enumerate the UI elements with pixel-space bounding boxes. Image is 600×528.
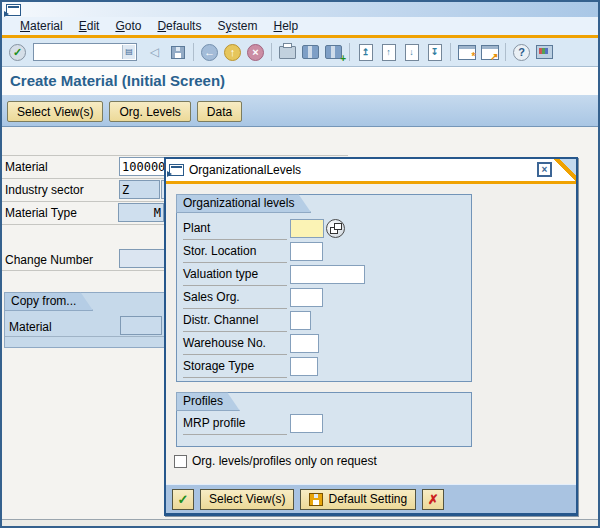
command-dropdown-icon[interactable]: ▤ [122,45,135,59]
valuation-type-input[interactable] [290,265,365,284]
find-next-icon [325,45,342,59]
toolbar-separator [505,43,506,61]
industry-sector-label: Industry sector [5,183,84,197]
cancel-button[interactable]: × [244,41,267,63]
organizational-levels-group: Organizational levels Plant Stor. Locati… [176,194,472,382]
storage-type-row: Storage Type [183,357,469,380]
copy-from-group-title: Copy from... [4,292,93,311]
collapse-button[interactable]: ◁ [143,41,166,63]
command-input[interactable] [34,44,125,60]
dialog-resize-corner[interactable] [554,159,576,181]
window-titlebar [2,2,598,17]
warehouse-no-row: Warehouse No. [183,334,469,357]
menu-item-goto[interactable]: Goto [107,19,149,33]
copy-material-input[interactable] [120,316,162,335]
close-icon[interactable]: × [537,162,552,177]
help-button[interactable]: ? [510,41,533,63]
material-label: Material [5,160,48,174]
new-session-button[interactable]: * [455,41,478,63]
page-up-icon: ↑ [382,44,396,61]
dialog-default-setting-button[interactable]: Default Setting [300,489,416,510]
page-down-icon: ↓ [405,44,419,61]
plant-row: Plant [183,219,469,242]
org-levels-button[interactable]: Org. Levels [109,101,190,122]
cancel-icon: × [247,44,264,61]
menu-item-help[interactable]: Help [265,19,306,33]
dialog-title: OrganizationalLevels [189,163,301,177]
warehouse-no-label: Warehouse No. [183,336,287,355]
storage-type-input[interactable] [290,357,318,376]
last-page-icon: ↧ [428,44,442,61]
change-number-label: Change Number [5,253,93,267]
menu-item-system[interactable]: System [209,19,265,33]
help-icon: ? [513,44,530,61]
toolbar-separator [193,43,194,61]
dialog-footer: ✓ Select View(s) Default Setting ✗ [166,484,576,513]
menu-item-defaults[interactable]: Defaults [149,19,209,33]
distr-channel-label: Distr. Channel [183,313,287,332]
save-icon [309,493,323,506]
toolbar-separator [271,43,272,61]
mrp-profile-row: MRP profile [183,414,469,437]
profiles-group-title: Profiles [176,392,240,411]
storage-type-label: Storage Type [183,359,287,378]
default-setting-label: Default Setting [328,492,407,506]
customize-layout-button[interactable] [533,41,556,63]
find-button[interactable] [299,41,322,63]
mrp-profile-label: MRP profile [183,416,287,435]
new-session-icon: * [458,45,476,60]
storage-location-input[interactable] [290,242,323,261]
back-icon: ← [201,44,218,61]
save-button[interactable] [166,41,189,63]
matchcode-search-icon[interactable] [326,219,345,238]
toolbar-separator [450,43,451,61]
print-icon [279,46,296,59]
command-field[interactable]: ▤ [33,43,137,61]
customize-icon [536,45,553,59]
create-shortcut-button[interactable]: ↗ [478,41,501,63]
org-levels-request-checkbox[interactable] [174,455,187,468]
first-page-icon: ↥ [359,44,373,61]
check-icon: ✓ [178,492,189,507]
enter-button[interactable]: ✓ [6,41,29,63]
distr-channel-row: Distr. Channel [183,311,469,334]
organizational-levels-group-title: Organizational levels [176,194,311,213]
page-down-button[interactable]: ↓ [400,41,423,63]
find-icon [302,45,319,59]
collapse-icon: ◁ [150,45,159,59]
print-button[interactable] [276,41,299,63]
sales-org-input[interactable] [290,288,323,307]
warehouse-no-input[interactable] [290,334,319,353]
dialog-cancel-button[interactable]: ✗ [422,489,444,510]
profiles-group: Profiles MRP profile [176,392,472,447]
org-levels-request-checkbox-label: Org. levels/profiles only on request [192,454,377,468]
first-page-button[interactable]: ↥ [354,41,377,63]
dialog-confirm-button[interactable]: ✓ [172,489,194,510]
select-views-button[interactable]: Select View(s) [7,101,103,122]
last-page-button[interactable]: ↧ [423,41,446,63]
industry-sector-input[interactable] [119,180,160,199]
save-icon [171,46,185,59]
plant-input[interactable] [290,219,324,238]
org-levels-request-checkbox-row: Org. levels/profiles only on request [174,454,377,468]
dialog-select-views-button[interactable]: Select View(s) [200,489,294,510]
page-up-button[interactable]: ↑ [377,41,400,63]
material-type-input[interactable] [118,203,164,222]
mrp-profile-input[interactable] [290,414,323,433]
find-next-button[interactable] [322,41,345,63]
dialog-titlebar[interactable]: OrganizationalLevels [166,159,576,184]
enter-icon: ✓ [9,44,26,61]
sap-window: Material Edit Goto Defaults System Help … [0,0,600,528]
data-button[interactable]: Data [197,101,242,122]
sales-org-row: Sales Org. [183,288,469,311]
x-icon: ✗ [428,492,439,507]
menu-item-material[interactable]: Material [12,19,71,33]
distr-channel-input[interactable] [290,311,311,330]
sales-org-label: Sales Org. [183,290,287,309]
page-title: Create Material (Initial Screen) [2,68,598,89]
shortcut-icon: ↗ [481,45,499,60]
menu-item-edit[interactable]: Edit [71,19,108,33]
back-button[interactable]: ← [198,41,221,63]
plant-label: Plant [183,221,287,240]
exit-button[interactable]: ↑ [221,41,244,63]
